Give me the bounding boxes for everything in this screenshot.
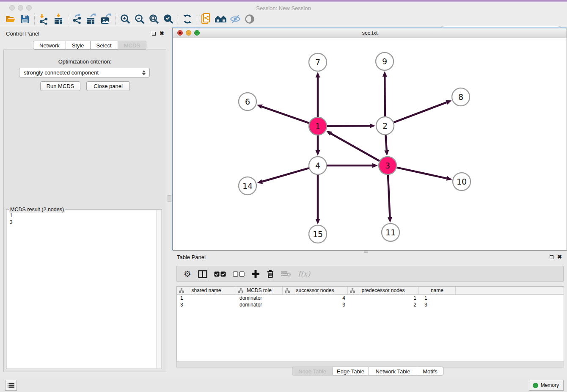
graph-edge-3-11[interactable] [388, 175, 390, 217]
network-window-title: scc.txt [173, 30, 567, 36]
export-image-icon[interactable] [99, 13, 113, 25]
table-panel-float-button[interactable] [549, 254, 554, 260]
deselect-all-columns-icon[interactable] [233, 271, 245, 277]
cell-shared-name[interactable]: 1 [177, 295, 236, 301]
split-divider-handle[interactable] [168, 195, 171, 202]
zoom-fit-icon[interactable] [147, 13, 161, 25]
zoom-in-icon[interactable] [118, 13, 132, 25]
optimization-criterion-select[interactable]: strongly connected component [19, 68, 150, 77]
import-table-icon[interactable] [51, 13, 66, 25]
network-window-titlebar[interactable]: ✖ − + scc.txt [173, 28, 567, 38]
zoom-out-icon[interactable] [132, 13, 147, 25]
run-mcds-button[interactable]: Run MCDS [40, 81, 80, 91]
home-networks-icon[interactable] [214, 13, 228, 25]
graph-edge-1-2[interactable] [327, 126, 370, 126]
split-divider-handle[interactable] [364, 251, 368, 253]
tab-mcds[interactable]: MCDS [118, 41, 146, 50]
delete-table-icon-disabled [281, 271, 291, 277]
select-all-columns-icon[interactable] [214, 271, 226, 277]
toolbar-divider [34, 14, 35, 25]
network-view-window: ✖ − + scc.txt 7968124314101511 [173, 28, 567, 251]
control-panel-float-button[interactable] [151, 31, 157, 36]
column-header-label: predecessor nodes [361, 287, 405, 293]
tab-edge-table[interactable]: Edge Table [333, 367, 369, 375]
cell-predecessor-nodes[interactable]: 1 [348, 295, 419, 301]
graph-node-label: 1 [315, 121, 320, 131]
table-row[interactable]: 3 dominator 3 2 3 [177, 301, 564, 308]
column-header-label: name [431, 287, 443, 293]
delete-column-trash-icon[interactable] [267, 270, 274, 278]
show-columns-icon[interactable] [198, 270, 207, 278]
column-header-successor-nodes[interactable]: successor nodes [283, 287, 348, 294]
task-history-button[interactable] [5, 380, 17, 391]
mcds-panel: Optimization criterion: strongly connect… [3, 50, 166, 372]
graph-edge-2-9[interactable] [385, 77, 385, 116]
tab-select[interactable]: Select [91, 41, 118, 50]
graph-edge-arrowhead [316, 150, 320, 156]
control-panel-title: Control Panel [6, 30, 39, 37]
table-panel-close-button[interactable]: ✖ [557, 254, 562, 259]
open-file-icon[interactable] [3, 13, 18, 25]
tab-network[interactable]: Network [33, 41, 66, 50]
column-header-mcds-role[interactable]: MCDS role [236, 287, 283, 294]
zoom-selected-icon[interactable] [161, 13, 176, 25]
graph-edge-arrowhead [370, 124, 375, 128]
graph-edge-2-8[interactable] [394, 102, 447, 122]
graph-edge-arrowhead [257, 179, 263, 184]
graph-node-label: 8 [458, 92, 463, 102]
cell-successor-nodes[interactable]: 3 [283, 301, 348, 308]
tab-motifs[interactable]: Motifs [417, 367, 443, 375]
cell-shared-name[interactable]: 3 [177, 301, 236, 308]
column-header-name[interactable]: name [419, 287, 456, 294]
table-row[interactable]: 1 dominator 4 1 1 [177, 295, 564, 301]
graph-edge-3-10[interactable] [396, 168, 446, 179]
graph-edge-arrowhead [316, 72, 320, 77]
bird-eye-view-icon[interactable] [242, 13, 257, 25]
control-panel-close-button[interactable]: ✖ [159, 30, 165, 36]
column-type-icon [285, 288, 290, 293]
memory-status-icon [533, 383, 538, 388]
graph-edge-4-14[interactable] [262, 168, 309, 182]
toolbar-divider [68, 14, 68, 25]
add-column-icon[interactable] [251, 270, 260, 278]
graph-edge-arrowhead [384, 150, 389, 156]
cell-name[interactable]: 1 [419, 295, 456, 301]
list-icon [7, 382, 15, 388]
graph-edge-1-6[interactable] [262, 107, 309, 123]
mcds-result-text[interactable]: 1 3 [7, 210, 156, 368]
save-session-icon[interactable] [18, 13, 32, 25]
column-header-label: successor nodes [296, 287, 334, 293]
graph-edge-2-3[interactable] [385, 135, 386, 150]
mcds-result-scrollbar[interactable] [156, 210, 161, 368]
column-header-shared-name[interactable]: shared name [177, 287, 236, 294]
table-mode-gear-icon[interactable]: ⚙ [184, 270, 191, 278]
cell-mcds-role[interactable]: dominator [236, 301, 283, 308]
refresh-view-icon[interactable] [180, 13, 195, 25]
close-panel-button[interactable]: Close panel [86, 81, 130, 91]
network-canvas[interactable]: 7968124314101511 [173, 38, 567, 250]
graph-edge-arrowhead [372, 163, 378, 168]
network-document-icon[interactable] [199, 13, 214, 25]
window-title: Session: New Session [0, 5, 567, 11]
cell-predecessor-nodes[interactable]: 2 [348, 301, 419, 308]
column-header-predecessor-nodes[interactable]: predecessor nodes [348, 287, 419, 294]
graph-node-label: 4 [315, 161, 320, 170]
optimization-criterion-value: strongly connected component [19, 69, 142, 76]
cell-mcds-role[interactable]: dominator [236, 295, 283, 301]
export-network-icon[interactable] [70, 13, 85, 25]
cell-successor-nodes[interactable]: 4 [283, 295, 348, 301]
toolbar-divider [178, 14, 178, 25]
hide-details-eye-icon[interactable] [228, 13, 242, 25]
import-network-icon[interactable] [37, 13, 51, 25]
table-header-row: shared name MCDS role successor nodes pr… [177, 287, 564, 295]
network-graph[interactable]: 7968124314101511 [173, 38, 567, 251]
graph-edge-arrowhead [446, 100, 451, 105]
cell-name[interactable]: 3 [419, 301, 456, 308]
graph-edge-3-1[interactable] [331, 134, 379, 161]
export-table-icon[interactable] [85, 13, 99, 25]
tab-network-table[interactable]: Network Table [369, 367, 417, 375]
tab-style[interactable]: Style [66, 41, 91, 50]
memory-button[interactable]: Memory [529, 380, 564, 391]
main-toolbar [0, 12, 567, 26]
tab-node-table[interactable]: Node Table [292, 367, 333, 375]
